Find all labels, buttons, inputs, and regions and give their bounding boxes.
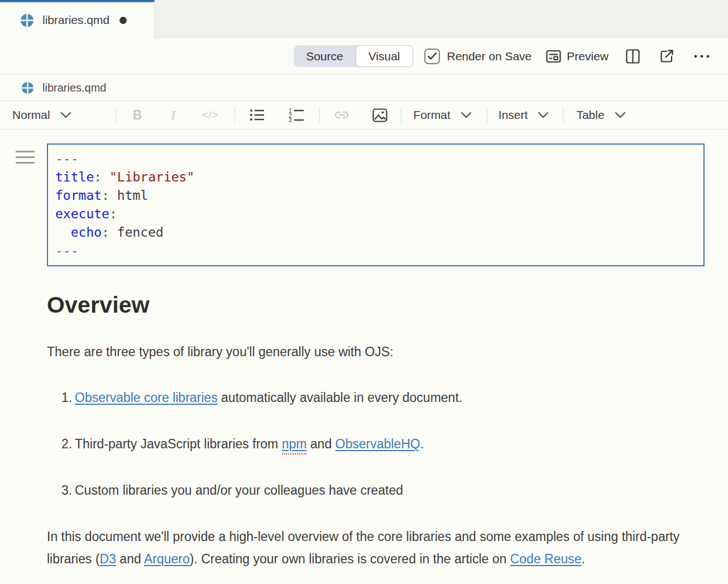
split-editor-button[interactable] — [626, 49, 640, 64]
breadcrumb: libraries.qmd — [0, 75, 728, 101]
render-on-save-group[interactable]: Render on Save — [424, 49, 532, 64]
yaml-line: format: html — [55, 186, 696, 205]
block-drag-handle[interactable] — [16, 151, 35, 167]
visual-editor-document: --- title: "Libraries" format: html exec… — [0, 130, 728, 584]
table-menu-label: Table — [576, 108, 604, 122]
quarto-icon — [21, 82, 34, 94]
link-arquero[interactable]: Arquero — [144, 552, 190, 566]
format-menu[interactable]: Format — [413, 108, 472, 122]
preview-label: Preview — [567, 50, 609, 63]
toolbar-divider — [319, 108, 320, 123]
toolbar-divider — [116, 108, 116, 123]
toolbar-divider — [563, 108, 563, 123]
yaml-line: title: "Libraries" — [55, 168, 696, 186]
tab-libraries-qmd[interactable]: libraries.qmd — [0, 0, 155, 38]
insert-menu[interactable]: Insert — [499, 108, 549, 122]
open-external-icon — [660, 49, 674, 64]
italic-button[interactable]: I — [171, 108, 175, 123]
bold-button[interactable]: B — [133, 108, 142, 123]
toolbar-divider — [401, 108, 401, 123]
intro-paragraph: There are three types of library you'll … — [47, 341, 705, 363]
toolbar-divider — [487, 108, 487, 123]
code-icon: </> — [202, 109, 218, 121]
list-number: 3. — [61, 479, 75, 501]
check-icon — [428, 52, 437, 60]
visual-mode-button[interactable]: Visual — [356, 45, 413, 67]
tab-title: libraries.qmd — [42, 13, 109, 27]
numbered-list-button[interactable]: 123 — [289, 108, 304, 122]
open-external-button[interactable] — [660, 49, 674, 64]
chevron-down-icon — [538, 112, 549, 118]
list-number: 1. — [61, 386, 75, 409]
link-d3[interactable]: D3 — [100, 552, 116, 566]
numbered-list: 1.Observable core libraries automaticall… — [47, 386, 705, 501]
link-npm[interactable]: npm — [282, 437, 307, 451]
hamburger-icon — [16, 151, 35, 152]
chevron-down-icon — [615, 112, 626, 118]
more-actions-button[interactable] — [693, 54, 710, 59]
editor-action-bar: Source Visual Render on Save Preview — [0, 38, 728, 75]
italic-icon: I — [171, 108, 175, 123]
tab-strip: libraries.qmd — [0, 0, 728, 38]
numbered-list-icon: 123 — [289, 108, 304, 122]
bullet-list-button[interactable] — [250, 108, 265, 122]
chevron-down-icon — [60, 112, 71, 118]
svg-text:3: 3 — [289, 117, 292, 122]
link-observable-core-libraries[interactable]: Observable core libraries — [75, 390, 218, 405]
insert-menu-label: Insert — [499, 108, 528, 122]
list-number: 2. — [61, 433, 75, 455]
quarto-icon — [20, 13, 34, 27]
image-icon — [372, 108, 387, 122]
breadcrumb-filename[interactable]: libraries.qmd — [42, 82, 106, 94]
paragraph-style-label: Normal — [12, 108, 50, 122]
preview-icon — [546, 50, 561, 63]
bullet-list-icon — [250, 108, 265, 122]
tab-strip-empty-area — [155, 0, 728, 38]
link-code-reuse[interactable]: Code Reuse — [510, 552, 582, 566]
render-on-save-label: Render on Save — [447, 50, 532, 63]
link-observablehq[interactable]: ObservableHQ — [336, 437, 420, 451]
closing-paragraph: In this document we'll provide a high-le… — [47, 525, 683, 570]
source-visual-toggle: Source Visual — [294, 45, 413, 67]
render-on-save-checkbox[interactable] — [424, 49, 440, 64]
toolbar-divider — [234, 108, 235, 123]
hamburger-icon — [16, 162, 35, 164]
yaml-front-matter-block[interactable]: --- title: "Libraries" format: html exec… — [47, 143, 705, 266]
modified-indicator — [119, 17, 127, 24]
code-button[interactable]: </> — [202, 109, 218, 121]
yaml-line: execute: — [55, 205, 696, 223]
split-editor-icon — [626, 49, 640, 64]
format-toolbar: Normal B I </> 123 Format Insert Table — [0, 101, 728, 130]
source-mode-button[interactable]: Source — [294, 45, 356, 67]
yaml-line: --- — [55, 150, 696, 168]
link-icon — [334, 109, 349, 121]
preview-button[interactable]: Preview — [546, 50, 609, 63]
bold-icon: B — [133, 108, 142, 123]
insert-link-button[interactable] — [334, 109, 349, 121]
paragraph-style-dropdown[interactable]: Normal — [12, 108, 71, 122]
list-item: 3.Custom libraries you and/or your colle… — [61, 479, 705, 501]
list-item: 1.Observable core libraries automaticall… — [61, 386, 705, 409]
list-item: 2.Third-party JavaScript libraries from … — [61, 433, 705, 455]
hamburger-icon — [16, 156, 35, 158]
yaml-line: echo: fenced — [55, 223, 696, 242]
table-menu[interactable]: Table — [576, 108, 625, 122]
insert-image-button[interactable] — [372, 108, 387, 122]
yaml-line: --- — [55, 242, 696, 260]
chevron-down-icon — [461, 112, 472, 118]
heading-overview: Overview — [47, 292, 705, 318]
format-menu-label: Format — [413, 108, 451, 122]
more-actions-icon — [693, 54, 710, 59]
